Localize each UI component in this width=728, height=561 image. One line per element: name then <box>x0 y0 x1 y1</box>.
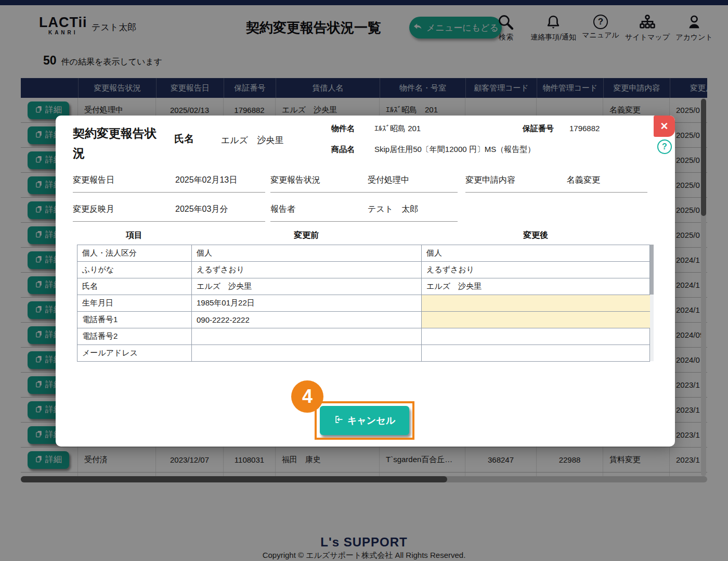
guarantee-number-label: 保証番号 <box>523 124 554 134</box>
field-row-2: 変更反映月 2025年03月分 報告者 テスト 太郎 <box>56 199 675 222</box>
compare-row: 個人・法人区分個人個人 <box>77 245 649 262</box>
compare-before-cell: エルズ 沙央里 <box>192 278 422 295</box>
modal-help-icon[interactable]: ? <box>657 139 672 154</box>
compare-before-cell: 090-2222-2222 <box>192 312 422 328</box>
report-status-label: 変更報告状況 <box>270 175 320 186</box>
compare-table-scrollbar[interactable] <box>650 245 654 361</box>
tenant-name-label: 氏名 <box>174 132 194 146</box>
compare-row: 氏名エルズ 沙央里エルズ 沙央里 <box>77 278 649 295</box>
product-name-label: 商品名 <box>331 145 355 155</box>
compare-row: 電話番号1090-2222-2222 <box>77 312 649 328</box>
compare-header-item: 項目 <box>77 230 191 241</box>
property-name-value: ｴﾙｽﾞ昭島 201 <box>374 124 421 134</box>
report-date-value: 2025年02月13日 <box>175 175 237 186</box>
compare-after-cell <box>422 312 651 328</box>
compare-item-cell: 電話番号1 <box>77 312 192 328</box>
compare-table: 個人・法人区分個人個人ふりがなえるずさおりえるずさおり氏名エルズ 沙央里エルズ … <box>77 245 650 362</box>
compare-before-cell: えるずさおり <box>192 262 422 278</box>
annotation-highlight-box <box>315 401 414 440</box>
reporter-value: テスト 太郎 <box>368 204 418 215</box>
effective-month-field: 変更反映月 2025年03月分 <box>73 199 265 222</box>
reporter-field: 報告者 テスト 太郎 <box>270 199 458 222</box>
compare-before-cell: 個人 <box>192 245 422 261</box>
compare-header-after: 変更後 <box>421 230 650 241</box>
report-date-field: 変更報告日 2025年02月13日 <box>73 170 265 193</box>
compare-row: 生年月日1985年01月22日 <box>77 295 649 312</box>
compare-before-cell: 1985年01月22日 <box>192 295 422 311</box>
compare-row: 電話番号2 <box>77 328 649 345</box>
compare-item-cell: 生年月日 <box>77 295 192 311</box>
compare-after-cell: エルズ 沙央里 <box>422 278 651 295</box>
property-name-label: 物件名 <box>331 124 355 134</box>
report-date-label: 変更報告日 <box>73 175 114 186</box>
effective-month-label: 変更反映月 <box>73 204 114 215</box>
report-status-field: 変更報告状況 受付処理中 <box>270 170 458 193</box>
compare-scrollbar-thumb[interactable] <box>650 245 654 295</box>
product-name-value: Skip居住用50〔年間12000 円〕MS（報告型） <box>374 145 535 155</box>
reporter-label: 報告者 <box>270 204 295 215</box>
compare-before-cell <box>192 328 422 345</box>
compare-after-cell <box>422 295 651 311</box>
compare-item-cell: 電話番号2 <box>77 328 192 345</box>
compare-row: メールアドレス <box>77 345 649 362</box>
request-content-field: 変更申請内容 名義変更 <box>465 170 647 193</box>
effective-month-value: 2025年03月分 <box>175 204 228 215</box>
compare-table-headers: 項目 変更前 変更後 <box>77 230 650 241</box>
request-content-value: 名義変更 <box>567 175 600 186</box>
change-report-modal: ✕ ? 契約変更報告状況 氏名 エルズ 沙央里 物件名 ｴﾙｽﾞ昭島 201 保… <box>56 116 675 447</box>
compare-before-cell <box>192 345 422 361</box>
modal-title: 契約変更報告状況 <box>73 123 161 163</box>
field-row-1: 変更報告日 2025年02月13日 変更報告状況 受付処理中 変更申請内容 名義… <box>56 170 675 193</box>
compare-after-cell: 個人 <box>422 245 651 261</box>
request-content-label: 変更申請内容 <box>465 175 515 186</box>
annotation-step-number: 4 <box>291 380 323 413</box>
compare-item-cell: 氏名 <box>77 278 192 295</box>
compare-item-cell: メールアドレス <box>77 345 192 361</box>
compare-row: ふりがなえるずさおりえるずさおり <box>77 262 649 278</box>
modal-close-button[interactable]: ✕ <box>654 116 675 137</box>
compare-after-cell: えるずさおり <box>422 262 651 278</box>
compare-after-cell <box>422 328 651 345</box>
compare-item-cell: ふりがな <box>77 262 192 278</box>
close-icon: ✕ <box>660 120 669 132</box>
report-status-value: 受付処理中 <box>368 175 409 186</box>
tenant-name-value: エルズ 沙央里 <box>221 134 283 146</box>
guarantee-number-value: 1796882 <box>569 124 600 133</box>
compare-item-cell: 個人・法人区分 <box>77 245 192 261</box>
compare-after-cell <box>422 345 651 361</box>
compare-header-before: 変更前 <box>191 230 421 241</box>
